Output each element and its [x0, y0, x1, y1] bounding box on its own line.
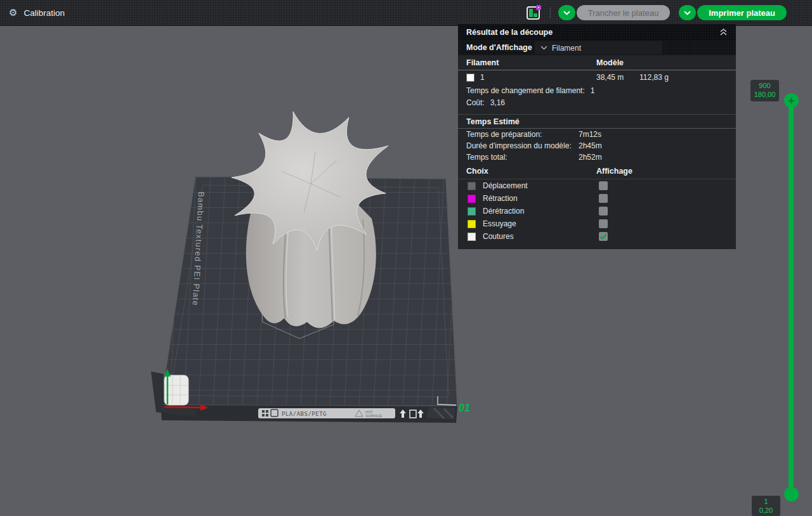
print-split-button: Imprimer plateau	[679, 5, 787, 20]
retraction-color-swatch	[468, 195, 476, 203]
layer-slider-bottom-handle[interactable]	[784, 487, 799, 501]
plus-icon: +	[789, 95, 795, 106]
filament-column-header: Filament	[466, 58, 499, 67]
layer-slider-bottom-tooltip: 1 0,20	[752, 496, 780, 516]
seams-checkbox[interactable]	[599, 232, 608, 241]
bottom-layer-value: 1	[752, 497, 780, 506]
option-row-travel: Déplacement	[458, 179, 736, 192]
collapse-panel-icon[interactable]	[719, 28, 728, 36]
plate-front-notch	[426, 407, 455, 420]
travel-color-swatch	[468, 182, 476, 190]
deretraction-checkbox[interactable]	[599, 207, 608, 216]
print-plate-button[interactable]: Imprimer plateau	[697, 5, 787, 20]
option-row-retraction: Rétraction	[458, 192, 736, 205]
layer-range-slider-track[interactable]	[789, 99, 794, 496]
layer-slider-top-handle[interactable]: +	[784, 93, 799, 108]
wipe-label: Essuyage	[483, 219, 516, 228]
display-column-header: Affichage	[596, 167, 632, 176]
chevron-down-icon	[563, 11, 570, 15]
choice-column-header: Choix	[466, 167, 488, 176]
top-layer-value: 900	[750, 81, 779, 90]
plate-settings-bar	[529, 9, 533, 17]
option-row-wipe: Essuyage	[458, 217, 736, 230]
filament-row[interactable]: 1 38,45 m 112,83 g	[458, 70, 736, 84]
gear-icon: ⚙	[9, 8, 17, 18]
bottom-height-value: 0,20	[752, 506, 780, 515]
plate-number-label: 01	[459, 403, 470, 413]
check-icon	[599, 233, 607, 240]
display-mode-value: Filament	[552, 44, 581, 53]
toolbar-divider	[550, 7, 551, 18]
print-dropdown-button[interactable]	[679, 5, 696, 20]
model-print-time-value: 2h45m	[579, 141, 602, 150]
cost-value: 3,16	[490, 98, 505, 107]
seams-color-swatch	[468, 233, 476, 241]
plate-settings-square	[534, 13, 537, 17]
prep-time-label: Temps de préparation:	[466, 130, 542, 139]
total-time-value: 2h52m	[579, 153, 602, 162]
plate-settings-icon[interactable]	[527, 6, 540, 20]
option-row-seams: Coutures	[458, 230, 736, 243]
top-height-value: 180,00	[750, 90, 779, 99]
strip-material-label: PLA/ABS/PETG	[282, 411, 327, 417]
filament-changes-value: 1	[591, 86, 595, 95]
calibration-menu[interactable]: ⚙ Calibration	[9, 0, 65, 25]
strip-warning-line2: SURFACE	[365, 414, 382, 418]
top-bar: ⚙ Calibration Trancher le plateau Imprim…	[0, 0, 812, 26]
time-section-title: Temps Estimé	[466, 117, 520, 126]
panel-title: Résultat de la découpe	[466, 28, 553, 37]
page-title: Calibration	[23, 8, 65, 18]
model-column-header: Modèle	[596, 58, 624, 67]
travel-checkbox[interactable]	[599, 181, 608, 190]
deretraction-color-swatch	[468, 207, 476, 216]
model-print-time-label: Durée d'impression du modèle:	[466, 141, 572, 150]
slice-plate-button[interactable]: Trancher le plateau	[577, 5, 671, 20]
cost-label: Coût:	[466, 98, 485, 107]
filament-id: 1	[480, 73, 485, 82]
sparkle-icon	[536, 5, 541, 10]
total-time-label: Temps total:	[466, 153, 508, 162]
filament-changes-label: Temps de changement de filament:	[466, 86, 585, 95]
wipe-checkbox[interactable]	[599, 219, 608, 228]
deretraction-label: Dérétraction	[483, 207, 524, 216]
filament-color-swatch	[466, 74, 475, 82]
slice-split-button: Trancher le plateau	[558, 5, 671, 20]
layer-slider-top-tooltip: 900 180,00	[750, 80, 779, 101]
chevron-down-icon	[540, 46, 547, 50]
chevron-down-icon	[684, 11, 691, 15]
wipe-color-swatch	[468, 220, 476, 228]
retraction-label: Rétraction	[483, 194, 518, 203]
filament-weight: 112,83 g	[639, 73, 669, 82]
prep-time-value: 7m12s	[579, 130, 601, 139]
slice-dropdown-button[interactable]	[558, 5, 575, 20]
display-mode-label: Mode d'Affichage	[466, 43, 532, 52]
filament-length: 38,45 m	[596, 73, 624, 82]
retraction-checkbox[interactable]	[599, 194, 608, 203]
travel-label: Déplacement	[483, 181, 528, 190]
toolbar-actions: Trancher le plateau Imprimer plateau	[527, 5, 787, 20]
slice-result-panel: Résultat de la découpe Mode d'Affichage …	[458, 24, 736, 249]
seams-label: Coutures	[483, 232, 514, 241]
option-row-deretraction: Dérétraction	[458, 205, 736, 217]
display-mode-select[interactable]: Filament	[535, 41, 662, 55]
